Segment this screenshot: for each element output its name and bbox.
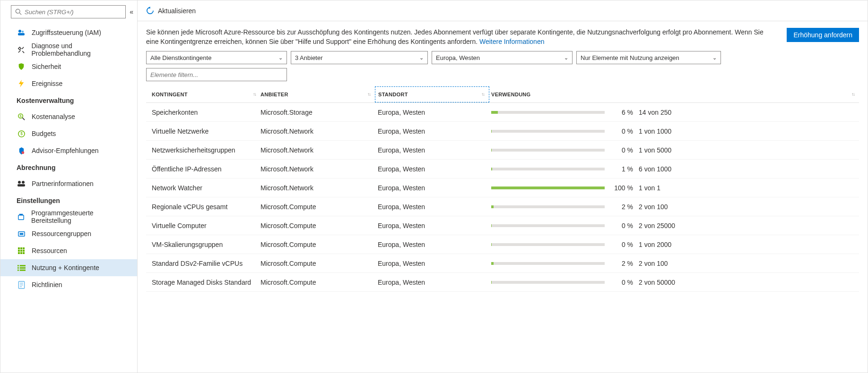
refresh-button[interactable]: Aktualisieren: [146, 7, 196, 15]
cell-standort: Europa, Westen: [375, 184, 489, 192]
svg-rect-25: [20, 252, 22, 254]
cell-kontingent: Virtuelle Netzwerke: [146, 127, 260, 135]
cell-usage: 100 %1 von 1: [489, 184, 859, 192]
cell-usage: 2 %2 von 100: [489, 203, 859, 211]
table-row[interactable]: NetzwerksicherheitsgruppenMicrosoft.Netw…: [146, 141, 859, 160]
sidebar-item-deploy[interactable]: Programmgesteuerte Bereitstellung: [0, 208, 137, 225]
sidebar-item-costanalysis[interactable]: $Kostenanalyse: [0, 108, 137, 125]
sidebar-item-label: Richtlinien: [32, 281, 62, 288]
filter-provider-dropdown[interactable]: 3 Anbieter⌄: [291, 51, 428, 64]
table-row[interactable]: Regionale vCPUs gesamtMicrosoft.ComputeE…: [146, 197, 859, 216]
table-row[interactable]: Virtuelle ComputerMicrosoft.ComputeEurop…: [146, 216, 859, 235]
partner-icon: [17, 179, 26, 188]
cell-anbieter: Microsoft.Compute: [260, 222, 375, 229]
col-standort[interactable]: STANDORT↑↓: [375, 86, 489, 102]
sidebar-collapse-icon[interactable]: «: [130, 8, 133, 16]
sidebar-item-diagnose[interactable]: Diagnose und Problembehandlung: [0, 41, 137, 58]
filter-location-dropdown[interactable]: Europa, Westen⌄: [432, 51, 573, 64]
svg-rect-31: [17, 269, 19, 271]
sidebar-item-partner[interactable]: Partnerinformationen: [0, 175, 137, 192]
resource-group-icon: [17, 229, 26, 238]
table-row[interactable]: Storage Managed Disks StandardMicrosoft.…: [146, 273, 859, 292]
sidebar-item-label: Nutzung + Kontingente: [32, 264, 99, 271]
cell-anbieter: Microsoft.Compute: [260, 203, 375, 211]
nav-cost: $Kostenanalyse $Budgets Advisor-Empfehlu…: [0, 108, 137, 159]
sidebar-search[interactable]: [11, 5, 126, 18]
svg-rect-23: [23, 250, 25, 252]
sidebar-item-iam[interactable]: Zugriffssteuerung (IAM): [0, 24, 137, 41]
sidebar-item-security[interactable]: Sicherheit: [0, 58, 137, 75]
cell-anbieter: Microsoft.Network: [260, 127, 375, 135]
sidebar-item-advisor[interactable]: Advisor-Empfehlungen: [0, 142, 137, 159]
svg-rect-18: [18, 247, 20, 249]
sidebar-item-rg[interactable]: Ressourcengruppen: [0, 225, 137, 242]
usage-pct: 0 %: [610, 241, 633, 248]
filter-usage-dropdown[interactable]: Nur Elemente mit Nutzung anzeigen⌄: [576, 51, 721, 64]
sidebar-item-resources[interactable]: Ressourcen: [0, 242, 137, 259]
nav-billing: Partnerinformationen: [0, 175, 137, 192]
usage-pct: 0 %: [610, 222, 633, 229]
sort-icon: ↑↓: [367, 92, 370, 97]
usage-text: 2 von 100: [639, 203, 668, 211]
sort-icon: ↑↓: [481, 92, 484, 97]
svg-rect-24: [18, 252, 20, 254]
svg-rect-21: [18, 250, 20, 252]
usage-text: 2 von 25000: [639, 222, 675, 229]
cell-usage: 0 %1 von 2000: [489, 241, 859, 248]
col-anbieter[interactable]: ANBIETER↑↓: [260, 92, 375, 97]
cell-anbieter: Microsoft.Compute: [260, 279, 375, 286]
sidebar-item-label: Ressourcengruppen: [32, 230, 91, 237]
usage-bar: [491, 243, 605, 246]
refresh-label: Aktualisieren: [158, 7, 196, 15]
lightning-icon: [17, 79, 26, 88]
svg-point-3: [22, 31, 24, 33]
filter-elements-input[interactable]: [146, 68, 287, 81]
svg-point-12: [22, 181, 25, 184]
sidebar-item-usage[interactable]: Nutzung + Kontingente: [0, 259, 137, 276]
nav-settings: Programmgesteuerte Bereitstellung Ressou…: [0, 208, 137, 293]
cell-anbieter: Microsoft.Storage: [260, 109, 375, 116]
usage-text: 2 von 100: [639, 260, 668, 267]
chevron-down-icon: ⌄: [712, 55, 717, 61]
cell-standort: Europa, Westen: [375, 241, 489, 248]
svg-rect-29: [17, 267, 19, 269]
svg-rect-13: [17, 184, 25, 186]
table-row[interactable]: Virtuelle NetzwerkeMicrosoft.NetworkEuro…: [146, 122, 859, 141]
cell-kontingent: Virtuelle Computer: [146, 222, 260, 229]
cell-standort: Europa, Westen: [375, 146, 489, 154]
cell-anbieter: Microsoft.Compute: [260, 260, 375, 267]
usage-bar: [491, 186, 605, 189]
table-row[interactable]: Network WatcherMicrosoft.NetworkEuropa, …: [146, 178, 859, 197]
more-info-link[interactable]: Weitere Informationen: [479, 38, 544, 45]
request-increase-button[interactable]: Erhöhung anfordern: [787, 28, 859, 42]
table-row[interactable]: VM-SkalierungsgruppenMicrosoft.ComputeEu…: [146, 235, 859, 254]
filter-quota-dropdown[interactable]: Alle Dienstkontingente⌄: [146, 51, 287, 64]
svg-line-1: [19, 13, 21, 15]
usage-bar: [491, 205, 605, 208]
cell-usage: 0 %1 von 1000: [489, 127, 859, 135]
svg-rect-32: [19, 269, 25, 271]
svg-rect-27: [17, 265, 19, 266]
toolbar: Aktualisieren: [138, 0, 868, 21]
svg-rect-4: [18, 33, 25, 35]
sidebar-item-label: Kostenanalyse: [32, 113, 75, 120]
usage-text: 2 von 50000: [639, 279, 675, 286]
cell-kontingent: Öffentliche IP-Adressen: [146, 165, 260, 173]
usage-pct: 0 %: [610, 127, 633, 135]
col-verwendung[interactable]: VERWENDUNG↑↓: [489, 92, 859, 97]
usage-text: 1 von 5000: [639, 146, 671, 154]
usage-bar: [491, 111, 605, 114]
table-row[interactable]: SpeicherkontenMicrosoft.StorageEuropa, W…: [146, 103, 859, 122]
usage-pct: 2 %: [610, 203, 633, 211]
description-text: Sie können jede Microsoft Azure-Ressourc…: [146, 28, 775, 46]
table-row[interactable]: Standard DSv2-Familie vCPUsMicrosoft.Com…: [146, 254, 859, 273]
sidebar-item-policy[interactable]: Richtlinien: [0, 276, 137, 293]
main-content: Aktualisieren Sie können jede Microsoft …: [138, 0, 868, 373]
sidebar-item-label: Ressourcen: [32, 247, 67, 254]
sidebar-item-events[interactable]: Ereignisse: [0, 75, 137, 92]
table-row[interactable]: Öffentliche IP-AdressenMicrosoft.Network…: [146, 160, 859, 178]
deploy-icon: [17, 212, 26, 221]
sidebar-item-budgets[interactable]: $Budgets: [0, 125, 137, 142]
sidebar-search-input[interactable]: [25, 8, 122, 16]
col-kontingent[interactable]: KONTINGENT↑↓: [146, 92, 260, 97]
